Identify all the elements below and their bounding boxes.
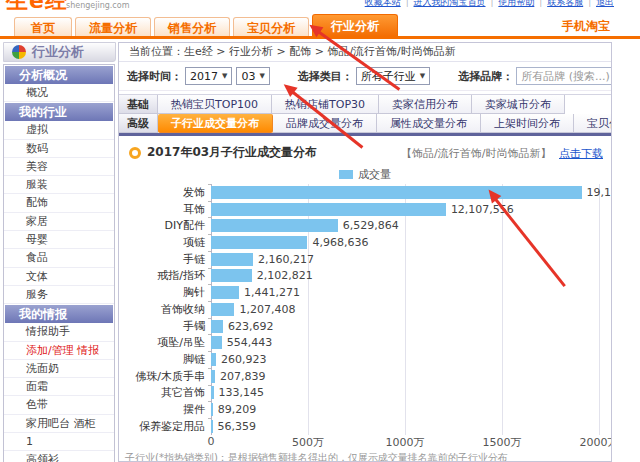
bar-value: 4,968,636 [312, 236, 368, 249]
bar-项链[interactable] [211, 236, 307, 249]
bar-label: 戒指/指环 [119, 268, 211, 283]
bar-胸针[interactable] [211, 286, 239, 299]
bar-首饰收纳[interactable] [211, 303, 234, 316]
chart-meta: 【饰品/流行首饰/时尚饰品新】 点击下载 [401, 146, 603, 161]
tab-属性成交量分布[interactable]: 属性成交量分布 [377, 114, 481, 133]
tab-子行业成交量分布[interactable]: 子行业成交量分布 [158, 114, 273, 133]
topbar-link[interactable]: 退出 [596, 0, 614, 7]
bar-DIY配件[interactable] [211, 219, 338, 232]
bar-项坠/吊坠[interactable] [211, 336, 222, 349]
sidebar-item-文体[interactable]: 文体 [4, 268, 114, 286]
bar-其它首饰[interactable] [211, 386, 214, 399]
sidebar-item-色带[interactable]: 色带 [4, 396, 114, 414]
tab-row-head: 高级 [119, 114, 158, 133]
bar-摆件[interactable] [211, 403, 213, 416]
sidebar-item-美容[interactable]: 美容 [4, 158, 114, 176]
chart-row: 脚链260,923 [119, 351, 611, 368]
bar-耳饰[interactable] [211, 203, 446, 216]
year-select[interactable]: 2017 ▼ [185, 67, 232, 85]
chart-row: 手镯623,692 [119, 318, 611, 335]
bar-value: 207,839 [220, 370, 266, 383]
bar-label: 摆件 [119, 402, 211, 417]
bar-label: 发饰 [119, 185, 211, 200]
chart-row: 其它首饰133,145 [119, 385, 611, 402]
bar-手镯[interactable] [211, 320, 223, 333]
sidebar-item-服务[interactable]: 服务 [4, 286, 114, 304]
month-select-value: 03 [241, 70, 255, 83]
bar-发饰[interactable] [211, 186, 582, 199]
topbar-link[interactable]: 使用帮助 [498, 0, 534, 7]
chart-row: 首饰收纳1,207,408 [119, 301, 611, 318]
sidebar-item-情报助手[interactable]: 情报助手 [4, 323, 114, 341]
nav-tab-宝贝分析[interactable]: 宝贝分析 [233, 17, 309, 38]
report-tab-row: 高级子行业成交量分布品牌成交量分布属性成交量分布上架时间分布宝贝价格分布 [119, 114, 611, 133]
tab-上架时间分布[interactable]: 上架时间分布 [481, 114, 574, 133]
sidebar-item-概况[interactable]: 概况 [4, 84, 114, 102]
link-separator: ｜ [403, 0, 412, 7]
bar-value: 89,209 [218, 403, 257, 416]
tab-宝贝价格分布[interactable]: 宝贝价格分布 [574, 114, 612, 133]
report-tab-row: 基础热销宝贝TOP100热销店铺TOP30卖家信用分布卖家城市分布 [119, 95, 611, 114]
sidebar-item-洗面奶[interactable]: 洗面奶 [4, 360, 114, 378]
sidebar-item-数码[interactable]: 数码 [4, 140, 114, 158]
tab-卖家城市分布[interactable]: 卖家城市分布 [472, 95, 565, 114]
nav-tab-首页[interactable]: 首页 [14, 17, 72, 38]
brand-search-input[interactable]: 所有品牌 (搜索...) [516, 67, 612, 85]
bar-label: 项坠/吊坠 [119, 335, 211, 350]
sidebar-group-header: 我的行业 [5, 103, 113, 121]
chart-title: 2017年03月子行业成交量分布 [147, 144, 317, 161]
sidebar-group-header: 分析概况 [5, 66, 113, 84]
x-tick-1500万: 1500万 [483, 435, 522, 450]
bar-value: 56,359 [218, 420, 257, 433]
chart-row: 佛珠/木质手串207,839 [119, 368, 611, 385]
download-link[interactable]: 点击下载 [559, 147, 603, 160]
bar-value: 554,443 [227, 336, 273, 349]
chart-row: 发饰19,1 [119, 184, 611, 201]
x-tick-500万: 500万 [292, 435, 324, 450]
nav-tab-流量分析[interactable]: 流量分析 [75, 17, 151, 38]
tab-卖家信用分布[interactable]: 卖家信用分布 [379, 95, 472, 114]
sidebar-item-服装[interactable]: 服装 [4, 176, 114, 194]
nav-underline [0, 36, 640, 39]
topbar-link[interactable]: 收藏本站 [365, 0, 401, 7]
bar-chart: 发饰19,1耳饰12,107,556DIY配件6,529,864项链4,968,… [119, 184, 611, 435]
bar-佛珠/木质手串[interactable] [211, 370, 215, 383]
sidebar-item-家用吧台 酒柜[interactable]: 家用吧台 酒柜 [4, 415, 114, 433]
bar-label: 项链 [119, 235, 211, 250]
sidebar-item-添加/管理 情报[interactable]: 添加/管理 情报 [4, 342, 114, 360]
bar-value: 1,441,271 [244, 286, 300, 299]
sidebar-item-1[interactable]: 1 [4, 433, 114, 451]
bar-label: 佛珠/木质手串 [119, 369, 211, 384]
sidebar-item-配饰[interactable]: 配饰 [4, 194, 114, 212]
x-axis: 0500万1000万1500万2000万 [119, 435, 611, 448]
legend-swatch [339, 170, 353, 179]
nav-mobile-taobao-link[interactable]: 手机淘宝 [562, 18, 610, 35]
bar-戒指/指环[interactable] [211, 269, 252, 282]
sidebar-item-母婴[interactable]: 母婴 [4, 231, 114, 249]
link-separator: ｜ [488, 0, 497, 7]
bar-label: 脚链 [119, 352, 211, 367]
sidebar-item-食品[interactable]: 食品 [4, 249, 114, 267]
nav-tab-销售分析[interactable]: 销售分析 [154, 17, 230, 38]
month-select[interactable]: 03 ▼ [236, 67, 269, 85]
bar-label: 手镯 [119, 319, 211, 334]
page: 生e经 shengejing.com 收藏本站｜进入我的淘宝首页｜使用帮助｜联系… [0, 0, 640, 462]
bar-保养鉴定用品[interactable] [211, 420, 213, 433]
x-tick-1000万: 1000万 [386, 435, 425, 450]
bar-value: 133,145 [219, 386, 265, 399]
sidebar-item-虚拟[interactable]: 虚拟 [4, 121, 114, 139]
tab-热销宝贝TOP100[interactable]: 热销宝贝TOP100 [158, 95, 272, 114]
bar-label: 保养鉴定用品 [119, 419, 211, 434]
tab-热销店铺TOP30[interactable]: 热销店铺TOP30 [272, 95, 379, 114]
sidebar-item-家居[interactable]: 家居 [4, 213, 114, 231]
brand-input-placeholder: 所有品牌 (搜索...) [521, 69, 610, 84]
chart-category-tag: 【饰品/流行首饰/时尚饰品新】 [401, 147, 551, 160]
bar-脚链[interactable] [211, 353, 216, 366]
bar-value: 2,160,217 [258, 253, 314, 266]
topbar-link[interactable]: 联系客服 [547, 0, 583, 7]
bar-手链[interactable] [211, 253, 253, 266]
chart-row: 戒指/指环2,102,821 [119, 268, 611, 285]
sidebar-item-面霜[interactable]: 面霜 [4, 378, 114, 396]
topbar-link[interactable]: 进入我的淘宝首页 [414, 0, 486, 7]
sidebar-item-高领衫[interactable]: 高领衫 [4, 451, 114, 462]
